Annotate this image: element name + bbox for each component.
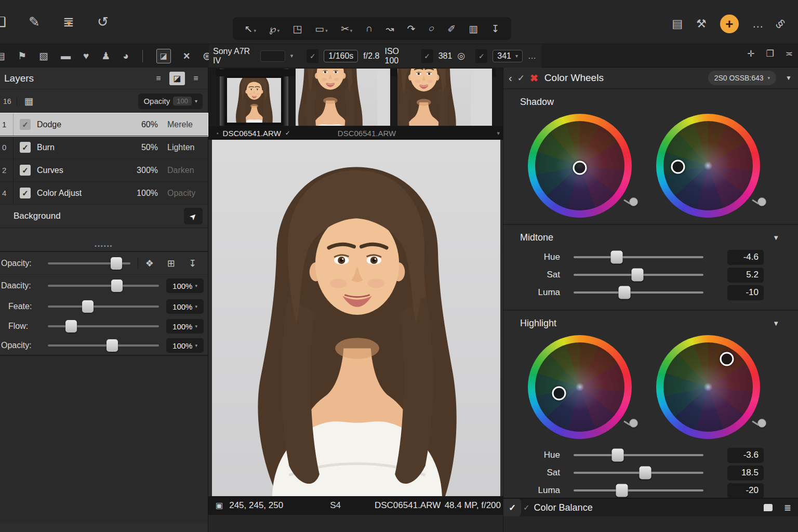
pencil-tool-icon[interactable]: ✎: [23, 10, 46, 33]
value2-check-icon[interactable]: ✓: [475, 49, 487, 63]
thumb-view-button[interactable]: ◪: [169, 72, 185, 85]
hue-slider[interactable]: [574, 256, 703, 258]
brush-settings-icon[interactable]: ❖: [145, 258, 154, 269]
pen-tool[interactable]: ✐: [447, 23, 456, 35]
adjust-icon[interactable]: ≍: [786, 48, 793, 59]
crop-tool[interactable]: ◳: [292, 23, 302, 35]
slider-handle[interactable]: [65, 320, 77, 332]
sat-slider[interactable]: [574, 472, 703, 474]
hue-slider[interactable]: [574, 454, 703, 456]
menu-button[interactable]: ≡: [188, 72, 204, 85]
ellipse-tool[interactable]: ○: [429, 23, 434, 34]
collapse-icon[interactable]: ▼: [773, 320, 779, 327]
luma-slider[interactable]: [574, 489, 703, 491]
background-layer-row[interactable]: Background ➤: [0, 205, 208, 228]
person-icon[interactable]: ♟: [101, 50, 110, 62]
slider-handle[interactable]: [111, 280, 123, 292]
copy-icon[interactable]: ❐: [766, 48, 774, 59]
slider-handle[interactable]: [616, 484, 628, 497]
wheel-face[interactable]: [663, 342, 753, 432]
layer-checkbox[interactable]: ✓: [20, 165, 31, 176]
value2-dropdown[interactable]: 341 ▾: [493, 50, 523, 62]
luma-slider[interactable]: [574, 291, 703, 294]
layer-row-color-adjust[interactable]: 4 ✓ Color Adjust 100% Opacity: [0, 182, 208, 205]
color-balance-label[interactable]: Color Balance: [534, 502, 593, 513]
sat-value[interactable]: 5.2: [727, 268, 764, 283]
luma-knob[interactable]: [757, 197, 766, 206]
layer-row-dodge[interactable]: 1 ✓ Dodge 60% Merele: [0, 113, 208, 136]
thumbnail-3[interactable]: [397, 69, 492, 126]
thumbnail-2[interactable]: [296, 69, 390, 126]
layer-row-burn[interactable]: 0 ✓ Burn 50% Lighten: [0, 136, 208, 159]
bars-icon[interactable]: ▬: [61, 50, 71, 62]
list-lines-icon[interactable]: ≣: [784, 502, 791, 513]
adjustments-tool-icon[interactable]: ≣ ▼: [57, 10, 80, 33]
more-icon[interactable]: …: [752, 17, 764, 31]
wheel-face[interactable]: [535, 342, 624, 432]
opacity2-value-dropdown[interactable]: 100%▾: [166, 338, 204, 353]
panel-box-icon[interactable]: ⊞: [167, 258, 175, 269]
feather-slider[interactable]: [48, 305, 159, 308]
hue-value[interactable]: -3.6: [727, 448, 764, 463]
thumbnail-1[interactable]: [220, 69, 288, 126]
filter-icon[interactable]: ▤: [0, 50, 5, 62]
iso-value[interactable]: ISO 100: [384, 47, 411, 65]
collapse-icon[interactable]: ▼: [773, 234, 779, 242]
luma-knob[interactable]: [629, 419, 638, 428]
plus-icon[interactable]: ✛: [747, 48, 754, 59]
chevron-down-icon[interactable]: ▾: [497, 130, 503, 137]
highlight-wheel-left[interactable]: [528, 335, 632, 439]
curve-tool[interactable]: ↷: [407, 23, 415, 35]
columns-tool[interactable]: ▥: [469, 23, 478, 35]
slider-handle[interactable]: [612, 449, 624, 462]
pie-icon[interactable]: ◕: [123, 50, 128, 62]
heal-tool[interactable]: ✂▾: [341, 23, 352, 35]
chart-box-icon[interactable]: ◪: [156, 49, 171, 63]
luma-knob[interactable]: [629, 197, 638, 206]
camera-model[interactable]: Sony A7R IV: [213, 47, 255, 65]
more-options[interactable]: …: [528, 51, 537, 61]
panel-list-icon[interactable]: ▤: [672, 17, 683, 31]
flow-slider[interactable]: [48, 325, 159, 327]
daacity-slider[interactable]: [48, 285, 159, 287]
sat-slider[interactable]: [574, 274, 703, 276]
color-balance-checkbox[interactable]: ✓: [503, 499, 521, 516]
feather-value-dropdown[interactable]: 100%▾: [166, 299, 204, 314]
wheel-puck[interactable]: [720, 352, 734, 366]
undo-rotate-icon[interactable]: ↺: [91, 10, 114, 33]
lens-selector[interactable]: [260, 50, 285, 62]
slider-handle[interactable]: [82, 300, 94, 313]
layer-checkbox[interactable]: ✓: [20, 188, 31, 198]
value1-check-icon[interactable]: ✓: [421, 49, 433, 63]
reset-x-icon[interactable]: ✖: [530, 72, 538, 84]
cursor-tool[interactable]: ↖▾: [245, 23, 256, 35]
luma-value[interactable]: -10: [727, 285, 764, 300]
luma-knob[interactable]: [757, 419, 766, 428]
warp-tool[interactable]: ↝: [385, 23, 394, 35]
daacity-value-dropdown[interactable]: 100%▾: [166, 278, 204, 293]
highlight-wheel-right[interactable]: [656, 335, 760, 439]
frame-tool-icon[interactable]: ❏: [0, 10, 11, 33]
rect-tool[interactable]: ▭▾: [315, 23, 327, 35]
slider-handle[interactable]: [639, 467, 651, 480]
aperture-value[interactable]: f/2.8: [363, 51, 379, 61]
layer-checkbox[interactable]: ✓: [20, 119, 31, 130]
preset-dropdown[interactable]: 2S0 OSSB:643 ▾: [708, 71, 776, 85]
tag-bubble-icon[interactable]: [764, 504, 773, 511]
slider-handle[interactable]: [631, 269, 643, 282]
shadow-wheel-right[interactable]: [656, 114, 760, 218]
luma-value[interactable]: -20: [727, 483, 764, 498]
wheel-puck[interactable]: [573, 161, 587, 175]
slider-handle[interactable]: [107, 339, 118, 352]
zoom-level[interactable]: S4: [330, 500, 341, 511]
flow-value-dropdown[interactable]: 100%▾: [166, 319, 204, 334]
wheel-puck[interactable]: [552, 387, 566, 401]
layer-opacity-dropdown[interactable]: Opacity 100 ▾: [138, 94, 203, 109]
sat-value[interactable]: 18.5: [727, 466, 764, 481]
opacity-slider[interactable]: [48, 262, 130, 264]
midtone-section-header[interactable]: Midtone ▼: [503, 225, 798, 243]
slider-handle[interactable]: [111, 257, 122, 270]
close-icon[interactable]: ×: [183, 49, 190, 63]
circle-icon[interactable]: ◎: [457, 50, 465, 61]
filename-2[interactable]: DSC06541.ARW: [307, 129, 427, 138]
